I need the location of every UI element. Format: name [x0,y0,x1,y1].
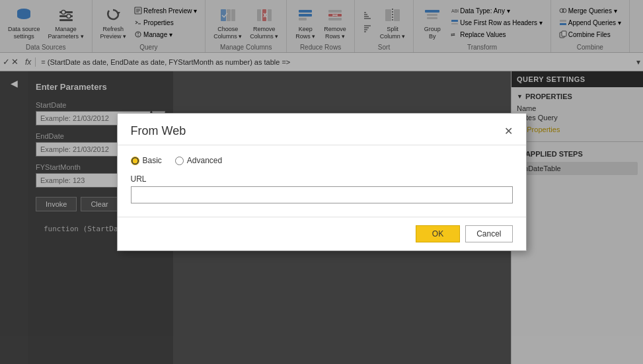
modal-footer: OK Cancel [118,217,526,250]
radio-advanced-label: Advanced [187,156,222,165]
ok-button[interactable]: OK [416,225,460,242]
modal-title: From Web [131,124,186,138]
url-input[interactable] [131,186,513,203]
modal-title-bar: From Web ✕ [118,114,526,145]
radio-advanced-input[interactable] [175,157,184,165]
radio-basic-input[interactable] [131,157,139,165]
modal-close-button[interactable]: ✕ [504,125,513,137]
radio-basic-option[interactable]: Basic [131,156,162,165]
modal-body: Basic Advanced URL [118,145,526,217]
url-label: URL [131,174,513,184]
radio-advanced-option[interactable]: Advanced [175,156,222,165]
modal-overlay: From Web ✕ Basic Advanced URL OK Cancel [0,0,643,364]
from-web-modal: From Web ✕ Basic Advanced URL OK Cancel [117,113,527,251]
cancel-button[interactable]: Cancel [465,225,512,242]
radio-basic-label: Basic [143,156,162,165]
radio-group: Basic Advanced [131,156,513,165]
